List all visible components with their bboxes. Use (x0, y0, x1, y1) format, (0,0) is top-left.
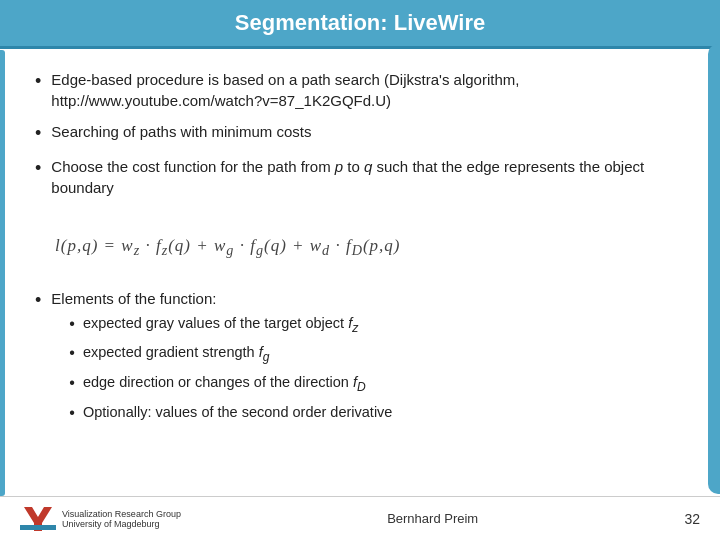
sub-bullet-3: edge direction or changes of the directi… (69, 372, 392, 396)
logo-line1: Visualization Research Group (62, 509, 181, 519)
left-accent-bar (0, 50, 5, 496)
logo-icon (20, 505, 56, 533)
elements-header-item: Elements of the function: expected gray … (35, 288, 685, 431)
slide-title: Segmentation: LiveWire (235, 10, 485, 35)
sub-bullet-4-text: Optionally: values of the second order d… (83, 402, 393, 422)
main-bullet-list: Edge-based procedure is based on a path … (35, 69, 685, 208)
footer-logo: Visualization Research Group University … (20, 505, 181, 533)
elements-header-text: Elements of the function: expected gray … (51, 288, 392, 431)
sub-bullet-2-text: expected gradient strength fg (83, 342, 269, 366)
logo-line2: University of Magdeburg (62, 519, 181, 529)
footer-page-number: 32 (684, 511, 700, 527)
sub-bullet-2: expected gradient strength fg (69, 342, 392, 366)
bullet-2: Searching of paths with minimum costs (35, 121, 685, 146)
bullet-2-text: Searching of paths with minimum costs (51, 121, 311, 142)
sub-bullet-1: expected gray values of the target objec… (69, 313, 392, 337)
right-accent-bar (708, 44, 720, 494)
bullet-1-text: Edge-based procedure is based on a path … (51, 69, 685, 111)
slide-body: Edge-based procedure is based on a path … (0, 49, 720, 496)
footer-author: Bernhard Preim (387, 511, 478, 526)
svg-rect-1 (20, 525, 56, 530)
bullet-3-text: Choose the cost function for the path fr… (51, 156, 685, 198)
slide-content: Segmentation: LiveWire Edge-based proced… (0, 0, 720, 540)
sub-bullet-1-text: expected gray values of the target objec… (83, 313, 358, 337)
logo-top: Visualization Research Group University … (20, 505, 181, 533)
footer: Visualization Research Group University … (0, 496, 720, 540)
formula-text: l(p,q) = wz · fz(q) + wg · fg(q) + wd · … (55, 236, 401, 259)
slide: Segmentation: LiveWire Edge-based proced… (0, 0, 720, 540)
sub-bullet-list: expected gray values of the target objec… (69, 313, 392, 425)
bullet-1: Edge-based procedure is based on a path … (35, 69, 685, 111)
logo-text: Visualization Research Group University … (62, 509, 181, 529)
sub-bullet-4: Optionally: values of the second order d… (69, 402, 392, 424)
slide-header: Segmentation: LiveWire (0, 0, 720, 49)
sub-bullet-3-text: edge direction or changes of the directi… (83, 372, 366, 396)
elements-list: Elements of the function: expected gray … (35, 288, 685, 441)
formula-box: l(p,q) = wz · fz(q) + wg · fg(q) + wd · … (35, 226, 685, 269)
bullet-3: Choose the cost function for the path fr… (35, 156, 685, 198)
